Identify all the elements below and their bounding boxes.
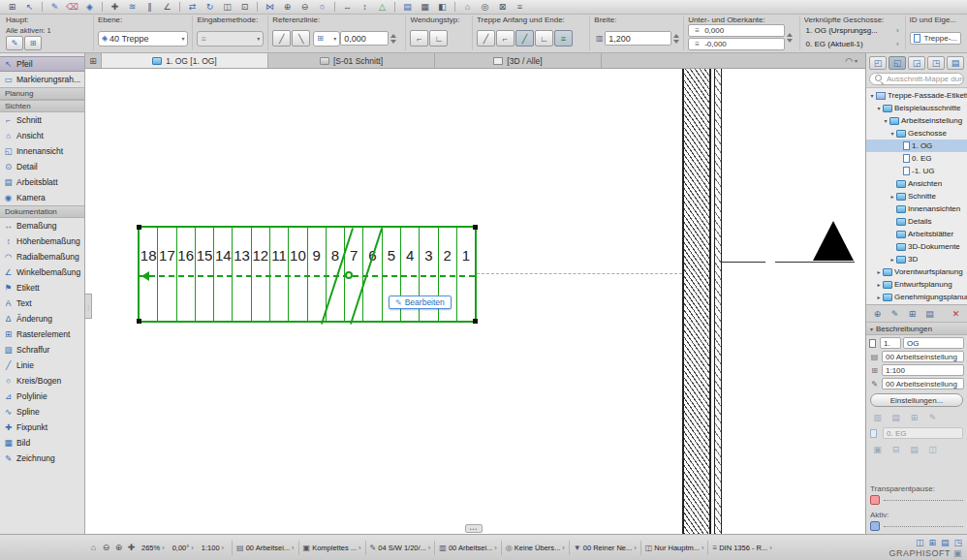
toolbar-icon[interactable]: ↕ [357,1,373,14]
transparent-trace-slider[interactable] [866,494,967,508]
toolbar-icon[interactable] [334,2,335,12]
sidebar-item[interactable]: Sichten [0,100,84,112]
sidebar-item[interactable]: ✚ Fixpunkt [0,420,84,435]
toolbar-icon[interactable] [179,2,180,12]
sidebar-item[interactable]: ⌂ Ansicht [0,128,84,143]
tree-item[interactable]: Ansichten [866,177,967,190]
navigator-search-input[interactable]: Ausschnitt-Mappe durchsuchen [869,73,964,85]
panel-toggle-icon[interactable]: ▤ [941,538,950,547]
toolbar-icon[interactable]: ↻ [202,1,218,14]
sidebar-item[interactable]: Planung [0,87,84,100]
toolbar-icon[interactable]: ⌫ [64,1,80,14]
toolbar-icon[interactable]: ⊖ [296,1,313,14]
stair-tread[interactable]: 15 [196,228,214,321]
pen-set-field[interactable]: 00 Arbeitseinstellung [882,378,964,389]
toolbar-icon[interactable] [42,2,43,12]
toolbar-icon[interactable] [394,2,395,12]
toolbar-icon[interactable]: ○ [314,1,330,14]
layer-dropdown[interactable]: ◈ 40 Treppe [98,31,188,47]
stair-end-toggle[interactable]: ≡ [554,30,573,47]
quick-options-dropdown[interactable]: ▼ 00 Reiner Ne... [569,541,640,555]
toolbar-icon[interactable]: ⊞ [4,1,20,14]
navigator-view-icon[interactable]: ◲ [908,56,925,70]
sidebar-item[interactable]: ◱ Innenansicht [0,143,84,159]
stair-tread[interactable]: 11 [270,228,289,321]
toolbar-icon[interactable]: ⊠ [494,1,511,14]
teamwork-cloud-button[interactable]: ◠ [837,53,865,68]
selection-handle[interactable] [473,225,478,230]
toolbar-icon[interactable]: ≋ [124,1,140,14]
tree-item[interactable]: ▾ Arbeitseinstellung [866,114,967,127]
tree-expand-icon[interactable]: ▸ [889,256,896,263]
sidebar-item[interactable]: Dokumentation [0,205,84,218]
tree-item[interactable]: ▾ Beispielausschnitte [866,102,967,114]
toolbar-icon[interactable]: ▦ [417,1,433,14]
tree-expand-icon[interactable]: ▾ [889,130,896,137]
geometry-method-dropdown[interactable]: ≡ [197,31,264,47]
navigator-tool-icon[interactable]: ✎ [888,307,902,320]
sidebar-item[interactable]: ⊙ Detail [0,159,84,174]
tree-item[interactable]: ▸ Genehmigungsplanung [866,291,967,303]
floor-plan-canvas[interactable]: 18 17 16 15 [85,69,865,534]
width-input[interactable]: 1,200 [605,31,671,46]
tree-item[interactable]: 1. OG [866,140,967,152]
tree-item[interactable]: Details [866,215,967,228]
toolbar-icon[interactable]: ⇄ [184,1,201,14]
toolbar-icon[interactable]: ◧ [434,1,451,14]
stair-end-toggle[interactable]: ⌐ [496,30,515,47]
sidebar-item[interactable]: ▤ Arbeitsblatt [0,174,84,190]
toolbar-icon[interactable]: △ [374,1,390,14]
sidebar-item[interactable]: ✎ Zeichnung [0,451,84,466]
element-id-field[interactable]: Treppe-... [910,32,961,45]
linked-story-top[interactable]: 1. OG (Ursprungsg... [804,24,901,37]
quick-options-dropdown[interactable]: ▤ 00 Arbeitsei... [232,541,298,555]
quick-options-dropdown[interactable]: ✎ 04 S/W 1/20/... [365,541,435,555]
tree-item[interactable]: 3D-Dokumente [866,240,967,253]
stair-tread[interactable]: 17 [158,228,176,321]
offset-input[interactable]: 0,000 [340,31,389,46]
sidebar-item[interactable]: ↔ Bemaßung [0,218,84,233]
toolbar-icon[interactable]: ✎ [47,1,63,14]
toolbar-icon[interactable]: ↔ [339,1,356,14]
selection-handle[interactable] [473,319,478,324]
stair-end-toggle[interactable]: ╱ [477,30,495,47]
toolbar-icon[interactable] [454,2,455,12]
tree-item[interactable]: ▸ Schnitte [866,190,967,202]
toolbar-icon[interactable]: ⊕ [279,1,296,14]
bottom-offset-input[interactable]: ≡ -0,000 [688,38,785,50]
sidebar-item[interactable]: ⊞ Rasterelement [0,327,84,342]
orientation-dropdown[interactable]: 0,00° [169,541,198,555]
reference-line-toggle[interactable]: ╱ [272,30,291,47]
descriptions-header[interactable]: Beschreibungen [866,323,967,335]
stair-end-toggle[interactable]: ∟ [535,30,553,47]
stair-tread[interactable]: 16 [177,228,196,321]
scale-dropdown[interactable]: 1:100 [198,541,228,555]
tree-item[interactable]: ▸ 3D [866,253,967,265]
view-nav-icon[interactable]: ⊕ [112,542,125,554]
width-stepper[interactable] [673,34,679,44]
stair-end-toggle[interactable]: ╱ [515,30,534,47]
tab-overview-button[interactable]: ⊞ [85,53,102,68]
sidebar-item[interactable]: ◉ Kamera [0,190,84,205]
toolbar-icon[interactable]: ▤ [399,1,416,14]
navigator-view-icon[interactable]: ◰ [869,56,887,70]
view-nav-icon[interactable]: ✚ [125,542,138,554]
toolbar-icon[interactable]: ⋈ [262,1,278,14]
sidebar-item[interactable]: ⌐ Schnitt [0,112,84,128]
tree-item[interactable]: 0. EG [866,152,967,165]
quick-options-dropdown[interactable]: ▣ Komplettes ... [298,541,365,555]
tree-item[interactable]: ▾ Treppe-Fassade-Etikette [866,89,967,102]
toolbar-icon[interactable]: ∠ [159,1,175,14]
stair-tread[interactable]: 9 [308,228,327,321]
quick-options-dropdown[interactable]: ≡ DIN 1356 - R... [707,541,775,555]
tree-expand-icon[interactable]: ▸ [875,281,883,288]
zoom-level-dropdown[interactable]: 265% [138,541,169,555]
tree-expand-icon[interactable]: ▸ [889,193,896,200]
toolbar-icon[interactable]: ⊡ [236,1,253,14]
tree-expand-icon[interactable]: ▾ [882,117,889,124]
navigator-tool-icon[interactable]: ⊕ [870,307,885,320]
layer-combination-field[interactable]: 00 Arbeitseinstellung [882,351,964,362]
toolbar-icon[interactable]: ✚ [107,1,123,14]
tree-item[interactable]: Arbeitsblätter [866,228,967,240]
floor-select[interactable]: 0. EG [883,427,963,439]
